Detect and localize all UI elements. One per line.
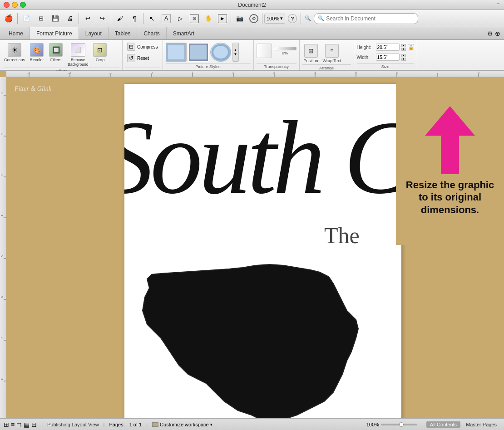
wrap-text-icon: ≡	[325, 44, 339, 58]
pages-label: Pages:	[109, 422, 124, 427]
customize-workspace[interactable]: Customize workspace ▾	[152, 422, 212, 427]
corrections-label: Corrections	[4, 58, 25, 63]
zoom-level[interactable]: 100% ▾	[264, 14, 285, 24]
tab-home[interactable]: Home	[2, 27, 30, 39]
collapse-button[interactable]: ⌃	[496, 2, 500, 8]
media-button[interactable]: ▶	[216, 12, 229, 25]
compress-button[interactable]: ⊟ Compress	[125, 42, 160, 52]
svg-text:2: 2	[232, 71, 234, 74]
grid-button[interactable]: ⊞	[34, 12, 48, 25]
screenshot-button[interactable]: 📷	[233, 12, 247, 25]
width-up-button[interactable]: ▲	[401, 54, 406, 57]
status-icon-4[interactable]: ▦	[24, 421, 30, 428]
status-icon-5[interactable]: ⊟	[31, 421, 37, 428]
arrange-container: ⊞ Position ≡ Wrap Text	[302, 43, 342, 64]
position-button[interactable]: ⊞ Position	[302, 43, 320, 64]
svg-text:-1: -1	[109, 71, 112, 74]
tab-charts[interactable]: Charts	[137, 27, 166, 39]
size-label: Size	[357, 63, 414, 69]
separator	[301, 13, 301, 24]
close-button[interactable]	[4, 2, 10, 8]
picture-style-1[interactable]	[166, 43, 187, 62]
view-icons: ⊞ ≡ ◻ ▦ ⊟	[4, 421, 37, 428]
ribbon-transparency-section: 0% Transparency	[254, 40, 300, 70]
new-doc-button[interactable]: 📄	[20, 12, 33, 25]
pan-button[interactable]: ✋	[202, 12, 215, 25]
svg-text:7: 7	[437, 71, 439, 74]
tab-tables[interactable]: Tables	[109, 27, 138, 39]
remove-bg-label: RemoveBackground	[68, 58, 88, 67]
expand-icon[interactable]: ⊕	[495, 30, 500, 37]
ribbon-adjust-section: ☀ Corrections 🎨 Recolor 🔲 Filters ⬜	[0, 40, 123, 70]
search-input[interactable]	[326, 15, 412, 22]
maximize-button[interactable]	[20, 2, 26, 8]
shape-button[interactable]: ▷	[173, 12, 187, 25]
svg-text:5: 5	[0, 255, 4, 257]
picture-styles-arrow[interactable]: ▲ ▼	[232, 43, 239, 62]
remove-background-button[interactable]: ⬜ RemoveBackground	[66, 42, 89, 68]
new-button[interactable]: 🍎	[2, 12, 15, 25]
picture-style-3[interactable]	[210, 43, 231, 62]
crop-button[interactable]: ⊡ Crop	[91, 42, 109, 64]
lock-aspect-button[interactable]: 🔒	[408, 44, 414, 50]
customize-workspace-label: Customize workspace	[160, 422, 209, 427]
transparency-container: 0%	[257, 44, 296, 58]
svg-text:-2: -2	[68, 71, 71, 74]
width-input[interactable]: 15.5"	[376, 54, 400, 61]
print-button[interactable]: 🖨	[63, 12, 77, 25]
svg-text:4: 4	[0, 215, 4, 216]
redo-button[interactable]: ↪	[95, 12, 109, 25]
text-button[interactable]: A	[160, 12, 173, 25]
help-button[interactable]: ?	[286, 12, 299, 25]
zoom-slider[interactable]	[381, 424, 417, 425]
filters-icon: 🔲	[49, 43, 63, 57]
pilcrow-button[interactable]: ¶	[128, 12, 141, 25]
zoom-knob[interactable]	[399, 422, 404, 427]
status-icon-2[interactable]: ≡	[11, 421, 15, 428]
tab-format-picture[interactable]: Format Picture	[30, 27, 79, 39]
separator	[262, 13, 262, 24]
svg-text:3: 3	[0, 174, 4, 176]
recolor-button[interactable]: 🎨 Recolor	[28, 42, 45, 64]
document-page[interactable]: South C The	[124, 84, 401, 418]
search-icon: 🔍	[318, 15, 324, 21]
sidebar-watermark: Pitter & Glink	[15, 85, 51, 93]
tab-layout[interactable]: Layout	[79, 27, 109, 39]
reset-button[interactable]: ↺ Reset	[125, 53, 151, 63]
recolor-icon: 🎨	[30, 43, 44, 57]
picture-style-2[interactable]	[188, 43, 209, 62]
height-input[interactable]: 20.5"	[376, 44, 400, 51]
svg-text:-3: -3	[27, 71, 30, 74]
compress-icon: ⊟	[127, 43, 135, 51]
horizontal-ruler: -3 -2 -1 0 1 2 3 4 5	[6, 71, 504, 77]
crop-icon: ⊡	[93, 43, 107, 57]
master-pages-tab[interactable]: Master Pages	[462, 421, 500, 428]
save-button[interactable]: 💾	[49, 12, 62, 25]
corrections-button[interactable]: ☀ Corrections	[3, 42, 26, 64]
status-icon-1[interactable]: ⊞	[4, 421, 9, 428]
wrap-text-button[interactable]: ≡ Wrap Text	[321, 43, 342, 64]
height-down-button[interactable]: ▼	[401, 48, 406, 51]
status-icon-3[interactable]: ◻	[16, 421, 22, 428]
ribbon-size-section: Height: 20.5" ▲ ▼ 🔒 Width: 15.5" ▲ ▼	[354, 40, 417, 70]
filters-button[interactable]: 🔲 Filters	[47, 42, 64, 64]
paint-button[interactable]: 🖌	[113, 12, 127, 25]
undo-button[interactable]: ↩	[81, 12, 94, 25]
minimize-button[interactable]	[12, 2, 18, 8]
document-content: South C The	[124, 84, 401, 418]
all-contents-tab[interactable]: All Contents	[426, 421, 460, 428]
separator	[231, 13, 231, 24]
settings-icon[interactable]: ⚙	[487, 30, 493, 37]
screenshot2-button[interactable]: ⊙	[247, 12, 260, 25]
height-up-button[interactable]: ▲	[401, 44, 406, 47]
transparency-slider[interactable]	[274, 47, 296, 50]
height-spinners: ▲ ▼	[401, 44, 406, 51]
crop-tool-button[interactable]: ⊡	[188, 12, 201, 25]
pointer-button[interactable]: ↖	[145, 12, 159, 25]
width-field: Width: 15.5" ▲ ▼	[357, 54, 414, 61]
svg-text:8: 8	[0, 378, 4, 380]
width-down-button[interactable]: ▼	[401, 58, 406, 61]
window-controls	[4, 2, 26, 8]
tab-smartart[interactable]: SmartArt	[167, 27, 201, 39]
page-info: 1 of 1	[129, 422, 142, 427]
